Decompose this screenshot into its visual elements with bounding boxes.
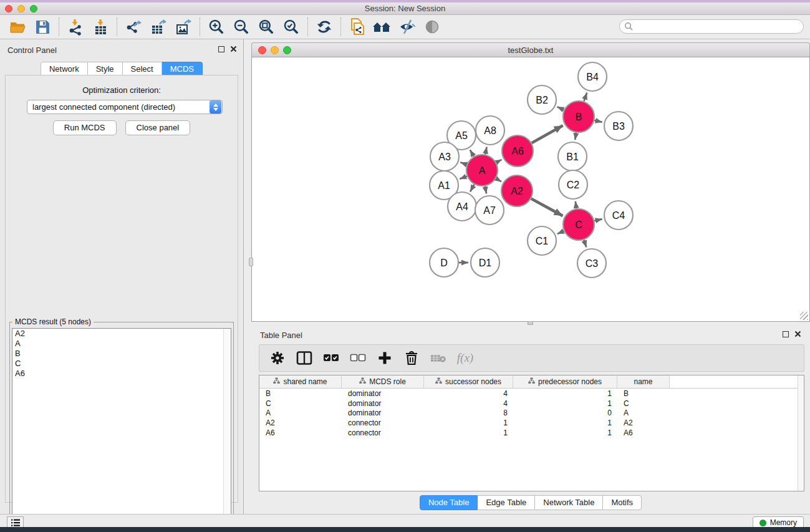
resize-grip-icon[interactable] [800, 312, 808, 320]
select-all-checkboxes-icon[interactable] [323, 350, 339, 366]
close-panel-button[interactable]: Close panel [125, 120, 191, 135]
zoom-selected-icon[interactable] [279, 16, 304, 37]
graph-edge-B-B1[interactable] [575, 133, 576, 140]
graph-edge-B-B2[interactable] [557, 107, 564, 110]
result-item[interactable]: A [12, 339, 231, 349]
graph-edge-A-A4[interactable] [470, 185, 474, 192]
run-mcds-button[interactable]: Run MCDS [53, 120, 117, 135]
table-cell[interactable]: A2 [259, 418, 342, 427]
column-header-predecessor-nodes[interactable]: predecessor nodes [513, 375, 617, 388]
criterion-dropdown[interactable]: largest connected component (directed) [27, 100, 223, 114]
import-network-icon[interactable] [63, 16, 88, 37]
graph-edge-A2-C[interactable] [531, 198, 563, 216]
table-cell[interactable]: 1 [513, 428, 617, 437]
table-tab-node-table[interactable]: Node Table [420, 495, 478, 510]
graph-edge-C-C2[interactable] [576, 201, 577, 209]
open-session-icon[interactable] [345, 16, 370, 37]
network-close-button[interactable] [258, 46, 266, 54]
table-cell[interactable]: 4 [424, 399, 513, 408]
result-item[interactable]: A6 [12, 369, 231, 379]
graph-edge-C-C3[interactable] [584, 240, 586, 248]
zoom-in-icon[interactable] [204, 16, 229, 37]
result-list-scrollbar[interactable] [223, 329, 231, 530]
settings-gear-icon[interactable] [269, 350, 286, 366]
network-minimize-button[interactable] [271, 46, 279, 54]
close-panel-icon[interactable] [230, 46, 237, 52]
table-cell[interactable]: 8 [424, 409, 513, 417]
zoom-out-icon[interactable] [229, 16, 254, 37]
result-item[interactable]: A2 [12, 329, 231, 339]
table-cell[interactable]: A [259, 409, 342, 417]
table-cell[interactable]: 1 [424, 428, 513, 437]
table-row[interactable]: Adominator80A [259, 409, 804, 418]
result-item[interactable]: B [12, 349, 231, 359]
table-cell[interactable]: A6 [259, 428, 342, 437]
deselect-all-checkboxes-icon[interactable] [350, 350, 366, 366]
table-row[interactable]: Bdominator41B [259, 389, 804, 399]
open-file-icon[interactable] [5, 16, 30, 37]
split-view-icon[interactable] [296, 350, 312, 366]
graph-edge-C-C1[interactable] [557, 231, 564, 234]
table-cell[interactable]: A [617, 409, 670, 417]
table-cell[interactable]: 0 [513, 409, 617, 417]
table-cell[interactable]: dominator [342, 409, 424, 417]
table-cell[interactable]: 1 [513, 389, 617, 398]
node-table[interactable]: shared nameMCDS rolesuccessor nodesprede… [259, 375, 804, 491]
table-cell[interactable]: B [617, 389, 670, 398]
graph-edge-A-A7[interactable] [485, 186, 486, 194]
table-tab-network-table[interactable]: Network Table [535, 495, 603, 510]
graph-edge-C-C4[interactable] [594, 219, 602, 221]
graph-edge-A-A3[interactable] [460, 162, 466, 165]
horizontal-scrollbar-thumb[interactable] [528, 321, 533, 325]
function-builder-icon[interactable]: f(x) [457, 350, 473, 366]
table-cell[interactable]: dominator [342, 389, 424, 398]
search-input[interactable] [634, 21, 803, 32]
table-tab-edge-table[interactable]: Edge Table [478, 495, 535, 510]
table-cell[interactable]: 4 [424, 389, 513, 398]
graph-edge-A-A2[interactable] [496, 178, 501, 181]
mcds-result-list[interactable]: A2ABCA6 [12, 328, 231, 530]
save-session-icon[interactable] [30, 16, 55, 37]
refresh-layout-icon[interactable] [312, 16, 337, 37]
table-cell[interactable]: C [259, 399, 342, 408]
table-cell[interactable]: 1 [424, 418, 513, 427]
graph-edge-A-A6[interactable] [496, 160, 502, 163]
column-header-MCDS-role[interactable]: MCDS role [342, 375, 424, 388]
table-row[interactable]: A6connector11A6 [259, 428, 804, 438]
float-table-panel-icon[interactable] [783, 331, 789, 337]
network-maximize-button[interactable] [283, 46, 291, 54]
maximize-window-button[interactable] [30, 5, 37, 12]
table-scrollbar[interactable] [798, 375, 804, 491]
table-tab-motifs[interactable]: Motifs [603, 495, 642, 510]
table-cell[interactable]: connector [342, 418, 424, 427]
delete-column-icon[interactable] [403, 350, 420, 366]
graph-edge-B-B4[interactable] [584, 93, 587, 102]
result-item[interactable]: C [12, 359, 231, 369]
minimize-window-button[interactable] [17, 5, 25, 12]
export-table-icon[interactable] [146, 16, 171, 37]
close-table-panel-icon[interactable] [794, 331, 801, 337]
vertical-scrollbar-thumb[interactable] [249, 258, 253, 266]
table-row[interactable]: A2connector11A2 [259, 418, 804, 428]
network-canvas[interactable]: B4B2BB3A5A8A6B1A3AC2A1A2A4A7C4CC1C3DD1 [251, 57, 810, 322]
graph-edge-A6-B[interactable] [532, 125, 563, 143]
column-header-successor-nodes[interactable]: successor nodes [424, 375, 513, 388]
preview-eye-icon[interactable] [420, 16, 445, 37]
graph-edge-A-A1[interactable] [460, 177, 467, 180]
graph-edge-B-B3[interactable] [594, 120, 602, 122]
export-network-icon[interactable] [121, 16, 146, 37]
graph-edge-A-A8[interactable] [485, 147, 486, 154]
table-row[interactable]: Cdominator41C [259, 399, 804, 409]
table-cell[interactable]: A2 [617, 418, 670, 427]
add-column-icon[interactable] [377, 350, 393, 366]
search-field[interactable] [619, 19, 804, 34]
table-cell[interactable]: 1 [513, 418, 617, 427]
graph-edge-A-A5[interactable] [470, 150, 474, 156]
delete-table-icon[interactable] [430, 350, 446, 366]
table-cell[interactable]: 1 [513, 399, 617, 408]
float-panel-icon[interactable] [218, 46, 224, 52]
zoom-fit-icon[interactable] [254, 16, 279, 37]
network-graph[interactable]: B4B2BB3A5A8A6B1A3AC2A1A2A4A7C4CC1C3DD1 [252, 57, 809, 321]
table-cell[interactable]: C [617, 399, 670, 408]
table-cell[interactable]: connector [342, 428, 424, 437]
